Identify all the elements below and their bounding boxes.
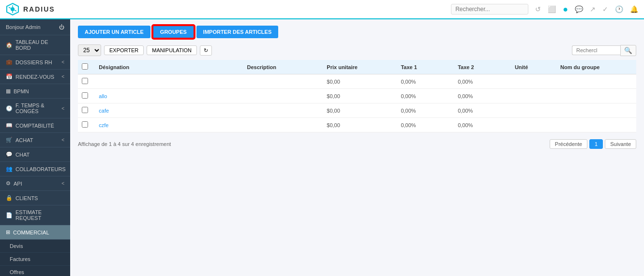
row-taxe1-3: 0,00% — [397, 118, 454, 132]
export-button[interactable]: EXPORTER — [104, 45, 144, 55]
th-unite: Unité — [511, 60, 556, 74]
sidebar-item-f-temps-conges[interactable]: 🕐 F. TEMPS & CONGÉS < — [0, 99, 70, 118]
sidebar-item-tableau-de-bord[interactable]: 🏠 TABLEAU DE BORD — [0, 35, 70, 55]
calendar-icon: 📅 — [6, 73, 13, 80]
th-taxe2: Taxe 2 — [454, 60, 511, 74]
bell-icon[interactable]: 🔔 — [630, 5, 638, 13]
sidebar-item-comptabilite[interactable]: 📖 COMPTABILITÉ — [0, 118, 70, 133]
screen-icon[interactable]: ⬜ — [548, 5, 556, 13]
power-icon[interactable]: ⏻ — [59, 24, 64, 30]
row-designation-2[interactable]: cafe — [99, 108, 109, 114]
topbar-search-input[interactable] — [451, 4, 528, 15]
lock-icon: 🔒 — [6, 195, 13, 201]
sidebar-item-chat[interactable]: 💬 CHAT — [0, 147, 70, 162]
table-row: cafe $0,00 0,00% 0,00% — [78, 103, 636, 118]
sidebar-label-achat: ACHAT — [15, 137, 33, 143]
sidebar-item-clients[interactable]: 🔒 CLIENTS — [0, 191, 70, 205]
row-designation-3[interactable]: czfe — [99, 122, 108, 128]
row-checkbox-1[interactable] — [82, 92, 88, 99]
row-taxe2-1: 0,00% — [454, 89, 511, 103]
import-articles-button[interactable]: IMPORTER DES ARTICLES — [196, 26, 278, 38]
next-page-button[interactable]: Suivante — [605, 139, 636, 149]
groupes-button[interactable]: GROUPES — [152, 25, 195, 39]
share-icon[interactable]: ↗ — [590, 5, 596, 13]
select-all-checkbox[interactable] — [82, 63, 88, 70]
table-row: allo $0,00 0,00% 0,00% — [78, 89, 636, 103]
row-groupe-3 — [556, 118, 636, 132]
sidebar-label-clients: CLIENTS — [15, 195, 38, 201]
table-search-button[interactable]: 🔍 — [620, 45, 636, 56]
row-description-2 — [243, 103, 323, 118]
sidebar-item-estimate-request[interactable]: 📄 ESTIMATE REQUEST — [0, 205, 70, 225]
refresh-button[interactable]: ↻ — [200, 45, 212, 56]
sidebar-sub-offres[interactable]: Offres — [0, 266, 70, 276]
sidebar-item-dossiers-rh[interactable]: 💼 DOSSIERS RH < — [0, 55, 70, 70]
sidebar-item-rendez-vous[interactable]: 📅 RENDEZ-VOUS < — [0, 70, 70, 84]
table-row: $0,00 0,00% 0,00% — [78, 74, 636, 89]
history-icon[interactable]: ↺ — [535, 5, 541, 13]
clock2-icon: 🕐 — [6, 105, 13, 112]
barchart-icon: ▦ — [6, 88, 11, 94]
row-unite-0 — [511, 74, 556, 89]
sidebar-label-chat: CHAT — [15, 152, 30, 158]
sidebar-label-rendez-vous: RENDEZ-VOUS — [15, 74, 54, 80]
th-taxe1: Taxe 1 — [397, 60, 454, 74]
sidebar-label-comptabilite: COMPTABILITÉ — [15, 123, 54, 129]
add-article-button[interactable]: AJOUTER UN ARTICLE — [78, 26, 150, 38]
sidebar-label-bpmn: BPMN — [14, 88, 29, 94]
sidebar-item-commercial[interactable]: ⊞ COMMERCIAL — [0, 225, 70, 240]
row-taxe2-0: 0,00% — [454, 74, 511, 89]
user-circle-icon[interactable]: ● — [563, 4, 568, 15]
home-icon: 🏠 — [6, 42, 13, 48]
table-row: czfe $0,00 0,00% 0,00% — [78, 118, 636, 132]
svg-point-1 — [11, 7, 15, 11]
cart-icon: 🛒 — [6, 137, 13, 143]
sidebar-sub-devis[interactable]: Devis — [0, 240, 70, 253]
toolbar: AJOUTER UN ARTICLE GROUPES IMPORTER DES … — [78, 25, 636, 39]
chat-icon[interactable]: 💬 — [575, 5, 583, 13]
sidebar-sub-factures[interactable]: Factures — [0, 253, 70, 266]
manipulation-button[interactable]: MANIPULATION — [147, 45, 197, 55]
data-table: Désignation Description Prix unitaire Ta… — [78, 60, 636, 132]
table-search-input[interactable] — [572, 45, 620, 55]
check-icon[interactable]: ✓ — [602, 5, 608, 13]
table-controls: 25 EXPORTER MANIPULATION ↻ 🔍 — [78, 44, 636, 56]
topbar: RADIUS ↺ ⬜ ● 💬 ↗ ✓ 🕐 🔔 — [0, 0, 644, 19]
row-checkbox-3[interactable] — [82, 121, 88, 128]
logo-text: RADIUS — [23, 5, 55, 13]
sidebar: Bonjour Admin ⏻ 🏠 TABLEAU DE BORD 💼 DOSS… — [0, 19, 70, 276]
row-prix-3: $0,00 — [323, 118, 397, 132]
page-1-button[interactable]: 1 — [589, 139, 603, 149]
sidebar-item-api[interactable]: ⚙ API < — [0, 176, 70, 191]
th-designation[interactable]: Désignation — [95, 60, 243, 74]
row-description-0 — [243, 74, 323, 89]
arrow-icon-api: < — [61, 181, 64, 186]
row-groupe-0 — [556, 74, 636, 89]
sidebar-user: Bonjour Admin ⏻ — [0, 19, 70, 35]
row-checkbox-0[interactable] — [82, 78, 88, 84]
sidebar-label-collaborateurs: COLLABORATEURS — [15, 166, 66, 172]
sidebar-item-bpmn[interactable]: ▦ BPMN — [0, 84, 70, 99]
page-size-select[interactable]: 25 — [78, 44, 101, 56]
row-checkbox-2[interactable] — [82, 107, 88, 113]
sidebar-label-tableau-de-bord: TABLEAU DE BORD — [15, 39, 64, 51]
clock-icon[interactable]: 🕐 — [615, 5, 623, 13]
file-icon: 📄 — [6, 212, 13, 218]
pagination-info: Affichage de 1 à 4 sur 4 enregistrement — [78, 141, 171, 147]
chat2-icon: 💬 — [6, 151, 13, 158]
row-description-1 — [243, 89, 323, 103]
svg-line-4 — [9, 7, 11, 8]
row-prix-0: $0,00 — [323, 74, 397, 89]
row-taxe1-2: 0,00% — [397, 103, 454, 118]
row-prix-1: $0,00 — [323, 89, 397, 103]
row-taxe1-0: 0,00% — [397, 74, 454, 89]
prev-page-button[interactable]: Précédente — [550, 139, 587, 149]
sidebar-item-achat[interactable]: 🛒 ACHAT < — [0, 133, 70, 147]
sidebar-label-api: API — [14, 181, 22, 187]
book-icon: 📖 — [6, 122, 13, 129]
row-description-3 — [243, 118, 323, 132]
arrow-icon: < — [61, 59, 64, 65]
row-designation-1[interactable]: allo — [99, 93, 107, 99]
sidebar-item-collaborateurs[interactable]: 👥 COLLABORATEURS — [0, 162, 70, 176]
row-groupe-1 — [556, 89, 636, 103]
